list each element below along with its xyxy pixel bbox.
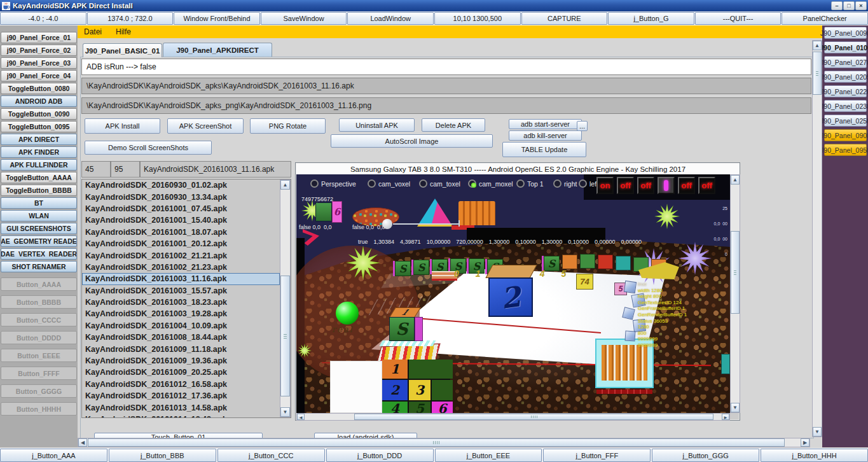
- j-button-ddd[interactable]: j_Button_DDD: [326, 449, 434, 462]
- list-item[interactable]: KayAndroidSDK_20160930_13.34.apk: [82, 191, 280, 202]
- scroll-right-icon[interactable]: [801, 438, 809, 447]
- adb-status-field[interactable]: ADB isRun ---> false: [81, 59, 811, 75]
- menu-datei[interactable]: Datei: [84, 27, 102, 36]
- j-button-hhh[interactable]: j_Button_HHH: [761, 449, 868, 462]
- scroll-down-icon[interactable]: [813, 427, 822, 437]
- sidebar-apk-finder[interactable]: APK FINDER: [1, 146, 77, 158]
- more-button[interactable]: ...: [577, 121, 588, 131]
- list-item[interactable]: KayAndroidSDK_20161001_18.07.apk: [82, 227, 280, 238]
- main-scrollbar-thumb[interactable]: [813, 52, 822, 95]
- sidebar-j90-panel-force-03[interactable]: j90_Panel_Force_03: [1, 57, 77, 69]
- scroll-up-icon[interactable]: [280, 180, 290, 190]
- list-scrollbar-thumb[interactable]: [280, 276, 290, 396]
- sidebar-android-adb[interactable]: ANDROID ADB: [1, 95, 77, 107]
- sidebar-dae-geometry-reader[interactable]: DAE GEOMETRY READER: [1, 235, 77, 247]
- list-scrollbar[interactable]: [280, 179, 291, 417]
- adb-start-server-button[interactable]: adb start-server: [509, 119, 582, 129]
- maximize-button[interactable]: □: [843, 1, 855, 10]
- j-button-g[interactable]: j_Button_G: [608, 12, 694, 25]
- sidebar-dae-vertex-reader[interactable]: DAE VERTEX READER: [1, 248, 77, 260]
- sidebar-j90-panel-force-01[interactable]: j90_Panel_Force_01: [1, 32, 77, 43]
- j-button-bbb[interactable]: j_Button_BBB: [109, 449, 216, 462]
- demo-scroll-screenshots-button[interactable]: Demo Scroll ScreenShots: [85, 141, 212, 155]
- sidebar-wlan[interactable]: WLAN: [1, 210, 77, 221]
- list-item[interactable]: KayAndroidSDK_20161013_14.58.apk: [82, 402, 280, 413]
- j-button-eee[interactable]: j_Button_EEE: [435, 449, 542, 462]
- apk-install-button[interactable]: APK Install: [85, 118, 160, 134]
- list-item-selected[interactable]: KayAndroidSDK_20161003_11.16.apk: [82, 273, 280, 284]
- capture-button[interactable]: CAPTURE: [521, 12, 608, 25]
- sidebar-togglebutton-bbbb[interactable]: ToggleButton_BBBB: [1, 185, 77, 196]
- sidebar-togglebutton-0090[interactable]: ToggleButton_0090: [1, 108, 77, 120]
- sidebar-togglebutton-0080[interactable]: ToggleButton_0080: [1, 83, 77, 94]
- main-scrollbar-thumb[interactable]: [88, 438, 785, 447]
- delete-apk-button[interactable]: Delete APK: [422, 118, 485, 132]
- quit-button[interactable]: ---QUIT---: [695, 12, 782, 25]
- main-vertical-scrollbar[interactable]: [812, 40, 822, 437]
- j-button-aaa[interactable]: j_Button_AAA: [0, 449, 107, 462]
- list-item[interactable]: KayAndroidSDK_20161008_18.44.apk: [82, 332, 280, 343]
- list-item[interactable]: KayAndroidSDK_20161009_20.25.apk: [82, 367, 280, 378]
- list-item[interactable]: KayAndroidSDK_20161003_15.57.apk: [82, 285, 280, 297]
- scroll-down-icon[interactable]: [731, 403, 740, 412]
- panel-checker-button[interactable]: PanelChecker: [782, 12, 868, 25]
- menu-hilfe[interactable]: Hilfe: [116, 27, 131, 36]
- panel-j90-0900[interactable]: J90_Panel_0900: [824, 129, 867, 141]
- panel-j90-0950[interactable]: J90_Panel_0950: [824, 144, 867, 156]
- apk-file-list[interactable]: KayAndroidSDK_20160930_01.02.apk KayAndr…: [81, 179, 291, 418]
- panel-j90-0205[interactable]: J90_Panel_0205: [824, 71, 867, 83]
- bounds-button[interactable]: 10,10 1300,500: [434, 12, 521, 25]
- minimize-button[interactable]: –: [831, 1, 843, 10]
- size-button[interactable]: 1374.0 ; 732.0: [87, 12, 174, 25]
- scroll-right-icon[interactable]: [722, 414, 729, 420]
- list-item[interactable]: KayAndroidSDK_20160930_01.02.apk: [82, 179, 280, 191]
- list-item[interactable]: KayAndroidSDK_20161001_07.45.apk: [82, 203, 280, 214]
- png-rotate-button[interactable]: PNG Rotate: [250, 118, 326, 134]
- sidebar-j90-panel-force-02[interactable]: j90_Panel_Force_02: [1, 45, 77, 56]
- apk-screenshot-button[interactable]: APK ScreenShot: [167, 118, 244, 134]
- list-item[interactable]: KayAndroidSDK_20161001_15.40.apk: [82, 214, 280, 226]
- sidebar-j90-panel-force-04[interactable]: j90_Panel_Force_04: [1, 70, 77, 81]
- tab-j90-panel-basic-01[interactable]: J90_Panel_BASIC_01: [83, 43, 162, 57]
- list-item[interactable]: KayAndroidSDK_20161004_10.09.apk: [82, 320, 280, 332]
- list-item[interactable]: KayAndroidSDK_20161003_18.23.apk: [82, 297, 280, 308]
- image-horizontal-scrollbar[interactable]: [296, 413, 730, 421]
- panel-j90-0230[interactable]: J90_Panel_0230: [824, 100, 867, 112]
- sidebar-apk-direct[interactable]: APK DIRECT: [1, 134, 77, 145]
- list-item[interactable]: KayAndroidSDK_20161012_17.36.apk: [82, 390, 280, 402]
- j-button-fff[interactable]: j_Button_FFF: [543, 449, 651, 462]
- sidebar-bt[interactable]: BT: [1, 197, 77, 209]
- uninstall-apk-button[interactable]: Uninstall APK: [339, 118, 415, 132]
- panel-j90-0100[interactable]: J90_Panel_0100: [824, 41, 867, 53]
- table-update-button[interactable]: TABLE Update: [502, 142, 586, 157]
- panel-j90-0090[interactable]: J90_Panel_0090: [824, 27, 867, 39]
- scroll-up-icon[interactable]: [813, 41, 822, 50]
- sidebar-shot-renamer[interactable]: SHOT RENAMER: [1, 261, 77, 272]
- list-item[interactable]: KayAndroidSDK_20161014_18.48.apk: [82, 414, 280, 418]
- save-window-button[interactable]: SaveWindow: [261, 12, 347, 25]
- scroll-left-icon[interactable]: [78, 438, 87, 447]
- list-item[interactable]: KayAndroidSDK_20161012_16.58.apk: [82, 379, 280, 390]
- title-bar[interactable]: KayAndroidSDK APK Direct Install – □ ×: [0, 0, 868, 11]
- list-item[interactable]: KayAndroidSDK_20161009_11.18.apk: [82, 343, 280, 354]
- panel-j90-0220[interactable]: J90_Panel_0220: [824, 85, 867, 97]
- window-front-behind-button[interactable]: Window Front/Behind: [174, 12, 260, 25]
- scroll-down-icon[interactable]: [280, 407, 290, 417]
- list-item[interactable]: KayAndroidSDK_20161003_19.28.apk: [82, 308, 280, 319]
- list-item[interactable]: KayAndroidSDK_20161009_19.36.apk: [82, 355, 280, 367]
- png-path-field[interactable]: \KayAndroidSDK\KayAndroidSDK_apks_png\Ka…: [81, 97, 811, 114]
- sidebar-apk-fullfinder[interactable]: APK FULLFINDER: [1, 159, 77, 171]
- sidebar-togglebutton-0095[interactable]: ToggleButton_0095: [1, 121, 77, 132]
- list-item[interactable]: KayAndroidSDK_20161002_21.21.apk: [82, 249, 280, 261]
- j-button-ggg[interactable]: j_Button_GGG: [652, 449, 759, 462]
- image-vertical-scrollbar[interactable]: [730, 174, 740, 413]
- image-scrollbar-thumb[interactable]: [354, 414, 713, 420]
- sidebar-gui-screenshots[interactable]: GUI SCREENSHOTS: [1, 223, 77, 234]
- scroll-up-icon[interactable]: [731, 175, 740, 185]
- position-button[interactable]: -4.0 ; -4.0: [0, 12, 86, 25]
- tab-j90-panel-apkdirect[interactable]: J90_Panel_APKDIRECT: [163, 43, 272, 57]
- image-scrollbar-thumb[interactable]: [731, 231, 740, 314]
- list-item[interactable]: KayAndroidSDK_20161002_21.23.apk: [82, 262, 280, 273]
- autoscroll-image-button[interactable]: AutoScroll Image: [331, 134, 493, 148]
- panel-j90-0250[interactable]: J90_Panel_0250: [824, 115, 867, 127]
